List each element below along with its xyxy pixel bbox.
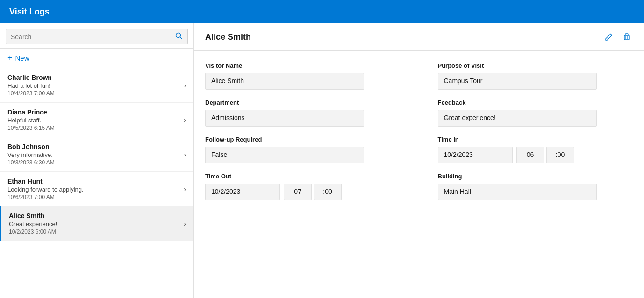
chevron-right-icon: › — [184, 185, 186, 193]
right-fields: Purpose of Visit Campus Tour Feedback Gr… — [419, 62, 633, 210]
list-item[interactable]: Bob Johnson Very informative. 10/3/2023 … — [0, 137, 193, 172]
list-item-name: Bob Johnson — [7, 143, 180, 150]
time-out-hour: 07 — [284, 184, 312, 200]
visitor-name-group: Visitor Name Alice Smith — [205, 62, 419, 99]
time-out-minute: :00 — [314, 184, 342, 200]
visit-list: Charlie Brown Had a lot of fun! 10/4/202… — [0, 68, 193, 298]
time-in-fields: 10/2/2023 06 :00 — [438, 147, 633, 163]
time-out-group: Time Out 10/2/2023 07 :00 — [205, 173, 419, 210]
detail-body: Visitor Name Alice Smith Department Admi… — [194, 51, 644, 221]
followup-group: Follow-up Required False — [205, 136, 419, 173]
time-in-label: Time In — [438, 136, 633, 143]
list-item-date: 10/3/2023 6:30 AM — [7, 159, 180, 166]
list-item-comment: Very informative. — [7, 151, 180, 158]
list-item-content: Diana Prince Helpful staff. 10/5/2023 6:… — [7, 108, 180, 131]
building-group: Building Main Hall — [438, 173, 633, 210]
visitor-name-label: Visitor Name — [205, 62, 419, 69]
visitor-name-value: Alice Smith — [205, 73, 364, 90]
chevron-right-icon: › — [184, 82, 186, 89]
list-item-name: Diana Prince — [7, 108, 180, 116]
plus-icon: + — [7, 53, 13, 63]
list-item[interactable]: Ethan Hunt Looking forward to applying. … — [0, 172, 193, 206]
main-content: + New Charlie Brown Had a lot of fun! 10… — [0, 23, 644, 298]
time-in-group: Time In 10/2/2023 06 :00 — [438, 136, 633, 173]
department-group: Department Admissions — [205, 99, 419, 136]
list-item-date: 10/2/2023 6:00 AM — [9, 228, 180, 235]
feedback-label: Feedback — [438, 99, 633, 106]
chevron-right-icon: › — [184, 151, 186, 158]
detail-actions — [603, 31, 633, 43]
time-in-minute: :00 — [546, 147, 574, 163]
svg-rect-2 — [623, 35, 630, 35]
edit-button[interactable] — [603, 31, 615, 43]
svg-line-1 — [180, 37, 182, 39]
svg-rect-3 — [624, 35, 629, 40]
trash-icon — [623, 33, 631, 41]
search-input-wrapper[interactable] — [6, 29, 188, 44]
list-item-comment: Had a lot of fun! — [7, 82, 180, 89]
left-fields: Visitor Name Alice Smith Department Admi… — [205, 62, 419, 210]
list-item-comment: Great experience! — [9, 220, 180, 227]
feedback-value: Great experience! — [438, 110, 597, 127]
department-label: Department — [205, 99, 419, 106]
purpose-group: Purpose of Visit Campus Tour — [438, 62, 633, 99]
time-in-date: 10/2/2023 — [438, 147, 513, 163]
list-item-date: 10/4/2023 7:00 AM — [7, 90, 180, 97]
purpose-value: Campus Tour — [438, 73, 597, 90]
purpose-label: Purpose of Visit — [438, 62, 633, 69]
time-in-hour: 06 — [516, 147, 544, 163]
list-item[interactable]: Diana Prince Helpful staff. 10/5/2023 6:… — [0, 103, 193, 137]
time-out-fields: 10/2/2023 07 :00 — [205, 184, 419, 200]
delete-button[interactable] — [621, 31, 633, 43]
search-bar — [0, 23, 193, 49]
list-item-content: Alice Smith Great experience! 10/2/2023 … — [9, 212, 180, 235]
building-label: Building — [438, 173, 633, 180]
detail-header: Alice Smith — [194, 23, 644, 51]
fields-grid: Visitor Name Alice Smith Department Admi… — [205, 62, 633, 210]
right-panel: Alice Smith — [194, 23, 644, 298]
time-out-label: Time Out — [205, 173, 419, 180]
feedback-group: Feedback Great experience! — [438, 99, 633, 136]
new-button-label: New — [15, 54, 29, 62]
department-value: Admissions — [205, 110, 364, 127]
app-header: Visit Logs — [0, 0, 644, 23]
building-value: Main Hall — [438, 184, 597, 200]
search-input[interactable] — [11, 33, 175, 41]
chevron-right-icon: › — [184, 116, 186, 124]
followup-label: Follow-up Required — [205, 136, 419, 143]
edit-icon — [605, 33, 613, 41]
new-button[interactable]: + New — [7, 53, 29, 63]
list-item-comment: Looking forward to applying. — [7, 186, 180, 193]
chevron-right-icon: › — [184, 220, 186, 227]
app-container: Visit Logs + — [0, 0, 644, 298]
new-button-row: + New — [0, 49, 193, 68]
list-item[interactable]: Alice Smith Great experience! 10/2/2023 … — [0, 206, 193, 241]
list-item-name: Charlie Brown — [7, 74, 180, 81]
app-title: Visit Logs — [9, 7, 50, 17]
list-item-comment: Helpful staff. — [7, 117, 180, 124]
time-out-date: 10/2/2023 — [205, 184, 280, 200]
list-item-content: Charlie Brown Had a lot of fun! 10/4/202… — [7, 74, 180, 97]
list-item-content: Ethan Hunt Looking forward to applying. … — [7, 177, 180, 200]
search-icon — [175, 32, 183, 41]
list-item[interactable]: Charlie Brown Had a lot of fun! 10/4/202… — [0, 68, 193, 103]
list-item-name: Alice Smith — [9, 212, 180, 220]
list-item-name: Ethan Hunt — [7, 177, 180, 185]
list-item-content: Bob Johnson Very informative. 10/3/2023 … — [7, 143, 180, 166]
detail-title: Alice Smith — [205, 32, 251, 42]
followup-value: False — [205, 147, 364, 163]
list-item-date: 10/5/2023 6:15 AM — [7, 125, 180, 131]
list-item-date: 10/6/2023 7:00 AM — [7, 194, 180, 200]
left-panel: + New Charlie Brown Had a lot of fun! 10… — [0, 23, 194, 298]
